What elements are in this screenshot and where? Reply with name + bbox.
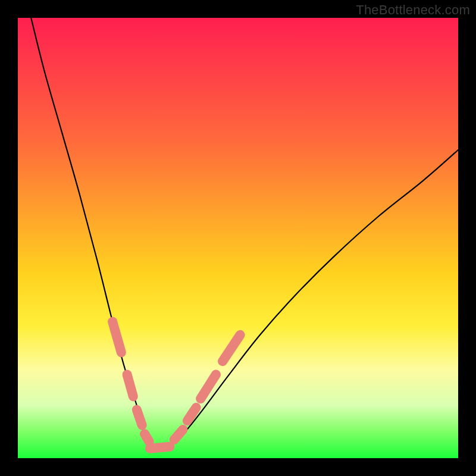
overlay-bottom [150, 447, 170, 449]
overlay-left-low1 [137, 410, 142, 425]
overlay-left-mid [127, 374, 133, 396]
bottleneck-curve [31, 18, 458, 450]
overlay-left-low2 [145, 434, 149, 441]
overlay-right-low2 [187, 408, 196, 421]
chart-svg [18, 18, 458, 458]
chart-outer-frame: TheBottleneck.com [0, 0, 476, 476]
overlay-left-upper [112, 322, 121, 353]
overlay-right-upper [223, 335, 240, 361]
watermark-text: TheBottleneck.com [356, 2, 470, 18]
chart-plot-area [18, 18, 458, 458]
overlay-right-low1 [174, 430, 183, 440]
